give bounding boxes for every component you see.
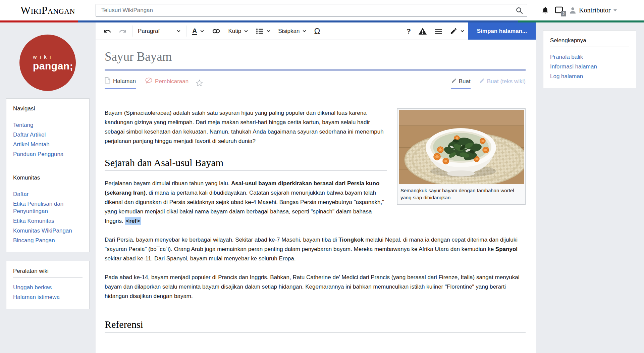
paragraph-style-dropdown[interactable]: Paragraf [134,22,184,40]
thumbnail-figure[interactable]: Semangkuk sayur bayam dengan tambahan wo… [397,108,526,205]
sidebar-link-bincang-pangan[interactable]: Bincang Pangan [13,236,83,245]
notifications-bell-icon[interactable] [541,6,549,14]
article-paragraph-3: Dari Persia, bayam menyebar ke berbagai … [105,235,526,263]
notices-count-badge: 2 [561,11,566,16]
sidebar-link-daftar-artikel[interactable]: Daftar Artikel [13,130,83,140]
sidebar-link-panduan-pengguna[interactable]: Panduan Pengguna [13,149,83,159]
text-style-dropdown[interactable]: A [188,22,208,40]
image-caption: Semangkuk sayur bayam dengan tambahan wo… [399,184,524,203]
top-header: WikiPangan 2 Kontributor [0,0,644,20]
sidebar-link-etika-komunitas[interactable]: Etika Komunitas [13,216,83,226]
soup-image [399,110,524,184]
action-buat-teks-wiki[interactable]: Buat (teks wiki) [479,78,526,89]
page-document-icon [105,77,110,85]
notices-alert-button[interactable] [415,22,431,40]
sidebar-link-tentang[interactable]: Tentang [13,120,83,130]
sidebar-link-komunitas-wikipangan[interactable]: Komunitas WikiPangan [13,226,83,236]
save-page-button[interactable]: Simpan halaman... [468,22,536,40]
action-buat[interactable]: Buat [451,78,471,89]
sidebar-heading-navigasi: Navigasi [13,105,83,115]
sidebar-tools-box: Peralatan wiki Unggah berkas Halaman ist… [6,261,90,309]
chevron-down-icon [302,29,307,33]
help-button[interactable]: ? [403,22,415,40]
sidebar-link-etika-penulisan[interactable]: Etika Penulisan dan Penyuntingan [13,199,83,216]
editing-mode-dropdown[interactable] [446,22,468,40]
cite-dropdown[interactable]: Kutip [224,22,252,40]
right-sidebar: Selengkapnya Pranala balik Informasi hal… [536,22,644,88]
user-menu-caret-icon[interactable] [613,9,617,11]
talk-bubble-icon [145,78,152,85]
site-wordmark[interactable]: WikiPangan [0,4,96,16]
username-label[interactable]: Kontributor [579,6,610,14]
page-tabs: Halaman Pembicaraan Buat [105,77,526,89]
sidebar-heading-peralatan: Peralatan wiki [13,268,83,278]
chevron-down-icon [176,29,181,33]
rightbar-link-pranala-balik[interactable]: Pranala balik [550,52,629,62]
redo-button[interactable] [115,22,130,40]
tab-pembicaraan[interactable]: Pembicaraan [145,78,189,89]
edit-pencil-icon [451,78,457,85]
article-paragraph-4: Pada abad ke-14, bayam menjadi populer d… [105,273,526,301]
user-avatar-icon[interactable] [569,7,576,14]
search-box [96,4,527,17]
list-dropdown[interactable] [252,22,274,40]
right-heading-selengkapnya: Selengkapnya [550,37,629,47]
search-icon[interactable] [512,6,527,14]
chevron-down-icon [460,29,465,33]
editor-surface: Paragraf A Kutip [96,22,536,353]
page-actions: Buat Buat (teks wiki) [451,78,526,89]
rightbar-link-informasi-halaman[interactable]: Informasi halaman [550,62,629,71]
chevron-down-icon [200,29,204,33]
undo-button[interactable] [100,22,115,40]
left-sidebar: wiki pangan; Navigasi Tentang Daftar Art… [0,22,96,309]
page-options-menu-button[interactable] [431,22,446,40]
ve-toolbar: Paragraf A Kutip [96,22,536,40]
sidebar-link-artikel-mentah[interactable]: Artikel Mentah [13,140,83,149]
insert-dropdown[interactable]: Sisipkan [274,22,310,40]
search-input[interactable] [96,7,512,14]
chevron-down-icon [244,29,248,33]
article-body[interactable]: Semangkuk sayur bayam dengan tambahan wo… [105,108,526,333]
link-button[interactable] [208,22,224,40]
sidebar-link-unggah-berkas[interactable]: Unggah berkas [13,283,83,292]
notices-tray-icon[interactable]: 2 [554,6,564,15]
page-content: Sayur Bayam Halaman Pembicaraan [96,40,536,353]
section-heading-sejarah: Sejarah dan Asal-usul Bayam [105,158,387,171]
site-logo[interactable]: wiki pangan; [19,35,76,91]
section-heading-referensi: Referensi [105,320,526,333]
sidebar-heading-komunitas: Komunitas [13,174,83,184]
watch-star-icon[interactable] [196,80,203,89]
user-tools: 2 Kontributor [536,6,617,15]
logo-text-pangan: pangan; [33,60,76,72]
page-title: Sayur Bayam [105,49,526,71]
special-character-button[interactable]: Ω [310,22,324,40]
wikitext-pencil-icon [479,78,485,85]
sidebar-link-daftar[interactable]: Daftar [13,189,83,199]
sidebar-nav-box: Navigasi Tentang Daftar Artikel Artikel … [6,98,90,252]
logo-text-wiki: wiki [33,54,76,60]
more-tools-box: Selengkapnya Pranala balik Informasi hal… [543,30,636,88]
rightbar-link-log-halaman[interactable]: Log halaman [550,71,629,81]
tab-halaman[interactable]: Halaman [105,77,136,89]
sidebar-link-halaman-istimewa[interactable]: Halaman istimewa [13,292,83,302]
chevron-down-icon [266,29,271,33]
